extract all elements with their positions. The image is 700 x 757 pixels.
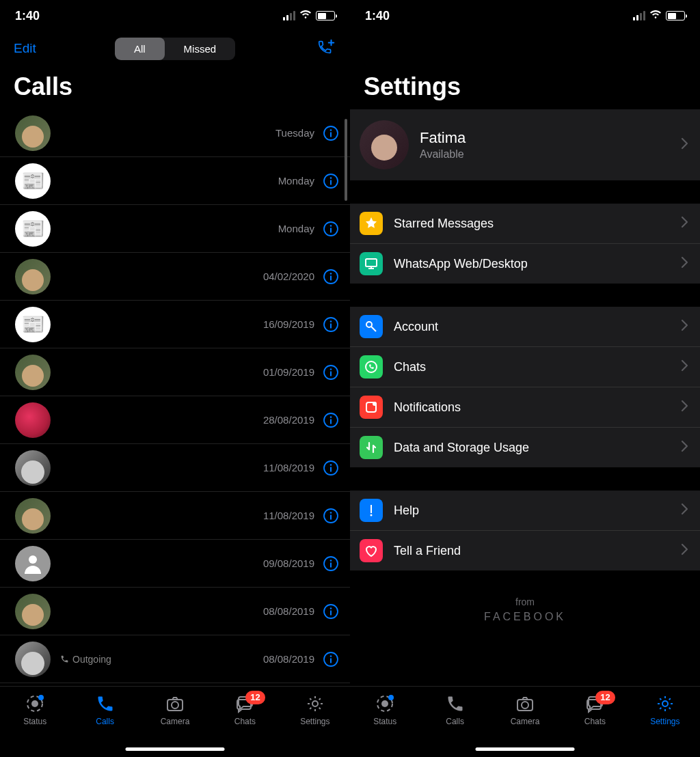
chats-badge: 12 (595, 691, 615, 704)
data-icon (360, 436, 383, 459)
call-info-button[interactable] (323, 364, 339, 381)
chevron-right-icon (681, 400, 689, 415)
battery-icon (316, 11, 335, 20)
tab-bar: Status Calls Camera 12Chats Settings (0, 686, 350, 757)
status-time: 1:40 (15, 9, 40, 23)
row-label: Help (394, 504, 681, 518)
row-label: Starred Messages (394, 217, 681, 231)
tab-settings[interactable]: Settings (630, 693, 700, 757)
call-info-button[interactable] (323, 555, 339, 572)
facebook-attribution: from FACEBOOK (350, 596, 700, 644)
chevron-right-icon (681, 137, 689, 152)
home-indicator[interactable] (476, 747, 575, 751)
call-row[interactable]: 09/08/2019 (0, 540, 350, 588)
tab-settings[interactable]: Settings (280, 693, 350, 757)
profile-row[interactable]: Fatima Available (350, 109, 700, 180)
status-bar: 1:40 (0, 0, 350, 30)
call-date: 11/08/2019 (263, 510, 314, 521)
call-avatar (15, 163, 51, 199)
call-date: 28/08/2019 (263, 414, 314, 426)
call-avatar (15, 642, 51, 677)
tab-status[interactable]: Status (0, 693, 70, 757)
row-label: Notifications (394, 400, 681, 415)
call-row[interactable]: 11/08/2019 (0, 492, 350, 540)
chevron-right-icon (681, 359, 689, 374)
settings-row-help[interactable]: Help (350, 491, 700, 530)
call-date: 08/08/2019 (263, 605, 314, 617)
calls-screen: 1:40 Edit All Missed Calls TuesdayMonday… (0, 0, 350, 757)
call-sub: Outgoing (60, 654, 263, 665)
call-row[interactable]: Tuesday (0, 109, 350, 157)
settings-list: Fatima Available Starred MessagesWhatsAp… (350, 109, 700, 686)
chats-badge: 12 (245, 691, 265, 704)
cellular-icon (283, 11, 295, 20)
chevron-right-icon (681, 216, 689, 231)
scroll-indicator[interactable] (345, 119, 347, 201)
segment-missed[interactable]: Missed (165, 38, 236, 60)
home-indicator[interactable] (126, 747, 225, 751)
call-info-button[interactable] (323, 508, 339, 524)
call-info-button[interactable] (323, 316, 339, 333)
battery-icon (666, 11, 685, 20)
call-info-button[interactable] (323, 173, 339, 189)
call-date: Tuesday (275, 127, 314, 139)
page-title: Settings (350, 67, 700, 109)
settings-row-whatsapp[interactable]: Chats (350, 346, 700, 387)
whatsapp-icon (360, 355, 383, 378)
calls-list[interactable]: TuesdayMondayMonday04/02/202016/09/20190… (0, 109, 350, 686)
call-row[interactable]: 16/09/2019 (0, 301, 350, 348)
settings-row-notif[interactable]: Notifications (350, 387, 700, 427)
call-row[interactable]: Monday (0, 157, 350, 205)
row-label: WhatsApp Web/Desktop (394, 257, 681, 271)
edit-button[interactable]: Edit (14, 41, 36, 56)
desktop-icon (360, 252, 383, 275)
call-avatar (15, 594, 51, 629)
chevron-right-icon (681, 543, 689, 558)
key-icon (360, 315, 383, 338)
settings-row-key[interactable]: Account (350, 307, 700, 346)
call-row[interactable]: 04/02/2020 (0, 253, 350, 301)
settings-row-heart[interactable]: Tell a Friend (350, 530, 700, 570)
call-row[interactable]: 01/09/2019 (0, 348, 350, 396)
call-row[interactable]: Outgoing08/08/2019 (0, 635, 350, 683)
wifi-icon (299, 9, 312, 23)
call-info-button[interactable] (323, 603, 339, 620)
profile-avatar (360, 120, 409, 169)
settings-row-desktop[interactable]: WhatsApp Web/Desktop (350, 243, 700, 284)
tab-status[interactable]: Status (350, 693, 420, 757)
settings-row-data[interactable]: Data and Storage Usage (350, 427, 700, 467)
call-avatar (15, 402, 51, 438)
call-row[interactable]: 11/08/2019 (0, 444, 350, 492)
call-info-button[interactable] (323, 412, 339, 428)
calls-filter-segment[interactable]: All Missed (115, 38, 235, 60)
call-row[interactable]: 08/08/2019 (0, 588, 350, 635)
call-avatar (15, 211, 51, 247)
call-row[interactable]: Monday (0, 205, 350, 253)
call-info-button[interactable] (323, 651, 339, 667)
call-avatar (15, 546, 51, 581)
call-avatar (15, 355, 51, 390)
settings-row-star[interactable]: Starred Messages (350, 204, 700, 243)
chevron-right-icon (681, 440, 689, 455)
help-icon (360, 499, 383, 522)
call-date: Monday (278, 223, 314, 234)
call-info-button[interactable] (323, 221, 339, 237)
call-info-button[interactable] (323, 269, 339, 285)
call-info-button[interactable] (323, 460, 339, 476)
cellular-icon (633, 11, 645, 20)
call-date: Monday (278, 175, 314, 187)
profile-status: Available (420, 148, 681, 161)
tab-bar: Status Calls Camera 12Chats Settings (350, 686, 700, 757)
profile-name: Fatima (420, 129, 681, 147)
call-row[interactable]: 28/08/2019 (0, 396, 350, 444)
new-call-button[interactable] (316, 38, 336, 59)
status-bar: 1:40 (350, 0, 700, 30)
call-avatar (15, 450, 51, 486)
call-avatar (15, 115, 51, 151)
call-info-button[interactable] (323, 125, 339, 141)
page-title: Calls (0, 67, 350, 109)
notif-icon (360, 396, 383, 419)
call-date: 01/09/2019 (263, 366, 314, 378)
row-label: Chats (394, 360, 681, 374)
segment-all[interactable]: All (115, 38, 165, 60)
